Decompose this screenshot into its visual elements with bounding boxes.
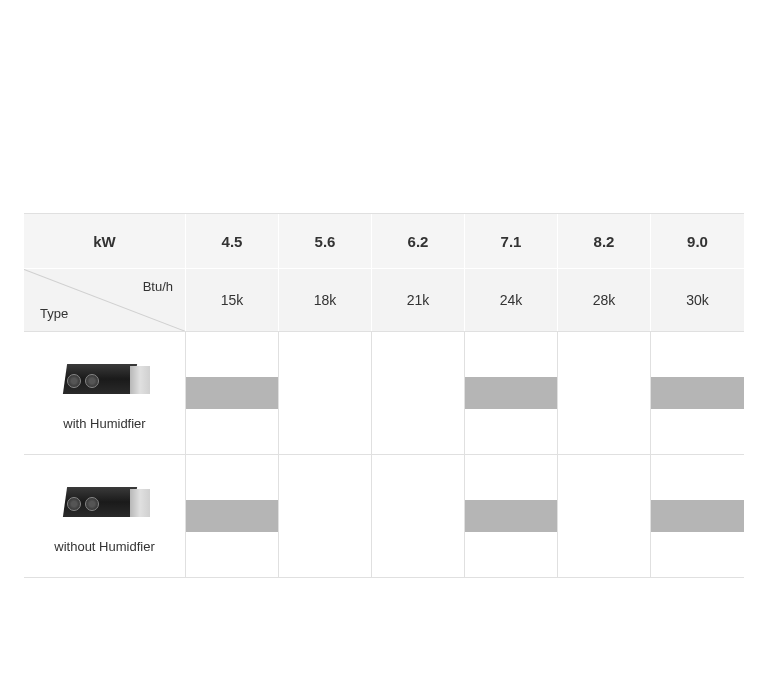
availability-cell bbox=[651, 332, 744, 454]
availability-indicator bbox=[465, 500, 557, 532]
availability-cell bbox=[651, 455, 744, 577]
product-type-cell: without Humidfier bbox=[24, 455, 186, 577]
btu-header-row: Btu/h Type 15k 18k 21k 24k 28k 30k bbox=[24, 269, 744, 332]
product-type-cell: with Humidfier bbox=[24, 332, 186, 454]
btu-value-cell: 30k bbox=[651, 269, 744, 331]
availability-indicator bbox=[651, 500, 744, 532]
availability-cell bbox=[279, 332, 372, 454]
kw-value-cell: 7.1 bbox=[465, 214, 558, 268]
availability-cell bbox=[372, 455, 465, 577]
btu-value-cell: 15k bbox=[186, 269, 279, 331]
type-btu-diagonal-cell: Btu/h Type bbox=[24, 269, 186, 331]
product-unit-icon bbox=[55, 356, 155, 406]
product-label: without Humidfier bbox=[54, 539, 154, 554]
kw-header-row: kW 4.5 5.6 6.2 7.1 8.2 9.0 bbox=[24, 214, 744, 269]
kw-value-cell: 9.0 bbox=[651, 214, 744, 268]
availability-indicator bbox=[651, 377, 744, 409]
type-label: Type bbox=[40, 306, 68, 321]
availability-cell bbox=[372, 332, 465, 454]
btu-value-cell: 24k bbox=[465, 269, 558, 331]
availability-indicator bbox=[186, 500, 278, 532]
btu-value-cell: 28k bbox=[558, 269, 651, 331]
kw-value-cell: 6.2 bbox=[372, 214, 465, 268]
availability-cell bbox=[186, 332, 279, 454]
kw-value-cell: 8.2 bbox=[558, 214, 651, 268]
btu-value-cell: 21k bbox=[372, 269, 465, 331]
availability-cell bbox=[186, 455, 279, 577]
availability-indicator bbox=[465, 377, 557, 409]
btu-label: Btu/h bbox=[143, 279, 173, 294]
availability-cell bbox=[465, 455, 558, 577]
kw-value-cell: 5.6 bbox=[279, 214, 372, 268]
availability-cell bbox=[279, 455, 372, 577]
btu-value-cell: 18k bbox=[279, 269, 372, 331]
kw-label-cell: kW bbox=[24, 214, 186, 268]
capacity-table: kW 4.5 5.6 6.2 7.1 8.2 9.0 Btu/h Type 15… bbox=[24, 213, 744, 578]
availability-cell bbox=[558, 455, 651, 577]
table-row: with Humidfier bbox=[24, 332, 744, 455]
availability-indicator bbox=[186, 377, 278, 409]
product-label: with Humidfier bbox=[63, 416, 145, 431]
product-unit-icon bbox=[55, 479, 155, 529]
availability-cell bbox=[465, 332, 558, 454]
table-row: without Humidfier bbox=[24, 455, 744, 578]
kw-value-cell: 4.5 bbox=[186, 214, 279, 268]
availability-cell bbox=[558, 332, 651, 454]
